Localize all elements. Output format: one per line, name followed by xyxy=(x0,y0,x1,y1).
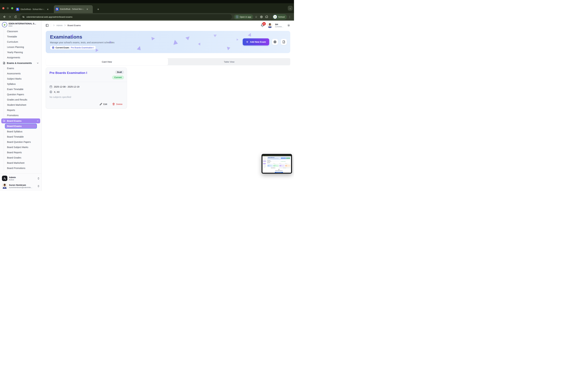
user-account-switcher[interactable]: Suren Hembram surenhembram@edeninte... xyxy=(2,183,40,189)
sidebar-item-board-subject-marks[interactable]: Board Subject Marks xyxy=(7,145,42,150)
user-email: surenhembram@edeninte... xyxy=(9,186,32,188)
sidebar-item-exam-timetable[interactable]: Exam Timetable xyxy=(7,86,42,92)
main-area: Admin Board Exams 8 SH surenhe... xyxy=(42,21,294,191)
tab-card-view[interactable]: Card View xyxy=(46,58,168,65)
header-user-avatar[interactable] xyxy=(267,23,273,28)
back-icon[interactable] xyxy=(2,14,7,19)
chevron-right-icon xyxy=(53,24,55,26)
sidebar-footer: Admin Active Suren Hembram surenhembram@… xyxy=(0,173,42,191)
sidebar-item-yearly-planning[interactable]: Yearly Planning xyxy=(7,50,42,55)
tab-title: EduSofthub - School Manage xyxy=(21,8,45,10)
confetti-triangle xyxy=(109,41,112,43)
close-window-button[interactable] xyxy=(2,7,4,9)
add-new-exam-button[interactable]: Add New Exam xyxy=(243,38,269,45)
user-circle-icon xyxy=(49,90,52,93)
sidebar-item-board-promotions[interactable]: Board Promotions xyxy=(7,166,42,171)
chevron-down-icon xyxy=(37,62,39,64)
open-in-app-button[interactable]: E Open in app xyxy=(234,14,253,20)
current-exam-label: Current Exam: xyxy=(56,46,70,49)
new-tab-button[interactable]: + xyxy=(96,7,101,12)
browser-profile-chip[interactable]: e School xyxy=(272,14,287,20)
sidebar-toggle-icon[interactable] xyxy=(45,24,49,27)
sidebar-school-header[interactable]: e EDEN INTERNATIONAL S... ESH xyxy=(0,21,42,28)
file-text-icon xyxy=(3,62,5,64)
sidebar-item-reports[interactable]: Reports xyxy=(7,107,42,113)
tab-search-button[interactable]: ⌄ xyxy=(288,6,293,11)
pip-open-worksheet-button: Open Individual Worksheet xyxy=(275,172,283,173)
sidebar-item-syllabus[interactable]: Syllabus xyxy=(7,81,42,86)
extensions-puzzle-icon[interactable] xyxy=(264,15,269,19)
sidebar-item-assignments[interactable]: Assignments xyxy=(7,55,42,60)
exam-card: Pre Boards Examination I Draft Current 2… xyxy=(46,67,127,108)
sidebar-item-board-question-papers[interactable]: Board Question Papers xyxy=(7,139,42,145)
sidebar-group-board-exams[interactable]: Board Exams xyxy=(1,118,40,123)
pip-select-exam-value: Unit Assessment 1 xyxy=(267,161,280,162)
chevron-down-icon xyxy=(37,120,39,122)
app-header: Admin Board Exams 8 SH surenhe... xyxy=(42,21,294,30)
school-logo-icon: e xyxy=(273,15,277,19)
sidebar-item-exams[interactable]: Exams xyxy=(7,66,42,71)
close-tab-icon[interactable]: ✕ xyxy=(86,8,89,10)
exam-classes: X, XII xyxy=(54,91,60,93)
sidebar-item-board-reports[interactable]: Board Reports xyxy=(7,150,42,155)
open-in-app-icon: E xyxy=(236,16,238,18)
sidebar-item-curriculum[interactable]: Curriculum xyxy=(7,39,42,44)
site-settings-icon[interactable] xyxy=(22,16,25,18)
zoom-window-button[interactable] xyxy=(11,7,13,9)
breadcrumb: Admin Board Exams xyxy=(53,24,81,27)
role-switcher[interactable]: Admin Active xyxy=(2,176,40,181)
sidebar-item-grades-results[interactable]: Grades and Results xyxy=(7,97,42,102)
sidebar-item-board-timetable[interactable]: Board Timetable xyxy=(7,134,42,139)
sidebar-item-question-papers[interactable]: Question Papers xyxy=(7,92,42,97)
notifications-button[interactable]: 8 xyxy=(260,23,265,27)
theme-toggle-sun-icon[interactable] xyxy=(287,24,290,27)
sidebar-item-board-marksheet[interactable]: Board Marksheet xyxy=(7,160,42,166)
user-initials: SH xyxy=(275,23,283,26)
sidebar-item-student-marksheet[interactable]: Student Marksheet xyxy=(7,102,42,107)
delete-exam-button[interactable]: Delete xyxy=(112,103,123,106)
sidebar: e EDEN INTERNATIONAL S... ESH Classroom … xyxy=(0,21,42,191)
goal-target-icon[interactable] xyxy=(259,15,264,19)
target-icon xyxy=(52,46,54,49)
set-current-exam-button[interactable] xyxy=(272,39,278,45)
bookmark-star-icon[interactable]: ☆ xyxy=(254,15,258,19)
sidebar-item-board-exams-active[interactable]: Board Exams xyxy=(5,124,37,128)
sidebar-item-assessments[interactable]: Assessments xyxy=(7,71,42,76)
sidebar-item-board-syllabus[interactable]: Board Syllabus xyxy=(7,129,42,134)
minimize-window-button[interactable] xyxy=(7,7,9,9)
group-label: Exams & Assessments xyxy=(7,62,32,64)
screen-share-pip-window[interactable]: Student Marksheet Individual Marksheet B… xyxy=(261,154,292,174)
exam-card-body: 2025-12-08 - 2025-12-19 X, XII No subjec… xyxy=(46,82,127,108)
url-text: edeninternational.web.app/admin/board-ex… xyxy=(26,16,72,18)
school-short-name: ESH xyxy=(9,25,36,27)
edit-exam-button[interactable]: Edit xyxy=(100,103,107,106)
browser-toolbar: edeninternational.web.app/admin/board-ex… xyxy=(0,13,294,21)
sidebar-item-subject-marks[interactable]: Subject Marks xyxy=(7,76,42,81)
browser-tab-2-active[interactable]: EduSofthub - School Manage ✕ xyxy=(54,5,93,13)
trash-icon xyxy=(112,103,115,106)
sidebar-item-classroom[interactable]: Classroom xyxy=(7,29,42,34)
address-bar[interactable]: edeninternational.web.app/admin/board-ex… xyxy=(20,14,232,20)
sidebar-nav: Classroom Timetable Curriculum Lesson Pl… xyxy=(0,29,42,173)
notification-count-badge: 8 xyxy=(262,22,266,25)
breadcrumb-admin[interactable]: Admin xyxy=(56,24,63,27)
forward-icon[interactable] xyxy=(7,14,12,19)
pip-stat-cards: Total Students471Current Exam Grade Entr… xyxy=(267,165,291,167)
sidebar-item-promotions[interactable]: Promotions xyxy=(7,113,42,118)
sidebar-item-lesson-planning[interactable]: Lesson Planning xyxy=(7,44,42,50)
sidebar-group-exams-assessments[interactable]: Exams & Assessments xyxy=(1,61,40,65)
sidebar-item-timetable[interactable]: Timetable xyxy=(7,34,42,39)
tab-table-view[interactable]: Table View xyxy=(168,58,290,65)
view-toggle: Card View Table View xyxy=(46,58,290,65)
close-tab-icon[interactable]: ✕ xyxy=(46,8,49,11)
browser-tab-1[interactable]: EduSofthub - School Manage ✕ xyxy=(14,5,53,13)
plus-icon xyxy=(246,41,249,43)
pip-screen: Student Marksheet Individual Marksheet B… xyxy=(262,155,291,173)
export-report-button[interactable] xyxy=(281,39,287,45)
browser-menu-kebab-icon[interactable]: ⋮ xyxy=(288,15,292,19)
sidebar-item-board-grades[interactable]: Board Grades xyxy=(7,155,42,160)
reload-icon[interactable] xyxy=(13,14,18,19)
add-new-exam-label: Add New Exam xyxy=(250,41,266,43)
header-user-meta[interactable]: SH surenhe... xyxy=(275,23,283,28)
delete-label: Delete xyxy=(116,103,123,106)
